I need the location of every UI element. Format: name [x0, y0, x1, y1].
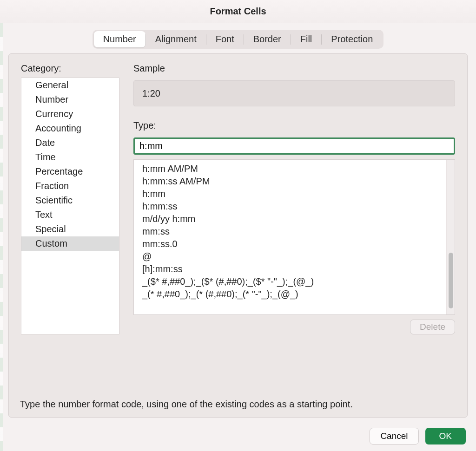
- format-code-item[interactable]: h:mm: [134, 188, 446, 200]
- sample-value: 1:20: [133, 80, 455, 106]
- format-code-item[interactable]: mm:ss.0: [134, 238, 446, 250]
- number-panel: Category: GeneralNumberCurrencyAccountin…: [8, 53, 468, 418]
- category-item[interactable]: Number: [21, 92, 119, 107]
- format-code-item[interactable]: h:mm AM/PM: [134, 163, 446, 175]
- tab-border[interactable]: Border: [244, 31, 291, 47]
- tab-font[interactable]: Font: [206, 31, 244, 47]
- category-item[interactable]: Custom: [21, 236, 119, 251]
- tab-protection[interactable]: Protection: [322, 31, 382, 47]
- format-cells-dialog: Format Cells Number Alignment Font Borde…: [0, 0, 476, 451]
- category-item[interactable]: Date: [21, 136, 119, 150]
- category-label: Category:: [21, 63, 119, 74]
- tabstrip-inner: Number Alignment Font Border Fill Protec…: [93, 30, 384, 49]
- format-column: Sample 1:20 Type: h:mm AM/PMh:mm:ss AM/P…: [133, 63, 455, 334]
- category-item[interactable]: General: [21, 78, 119, 92]
- category-column: Category: GeneralNumberCurrencyAccountin…: [21, 63, 119, 334]
- dialog-body: Number Alignment Font Border Fill Protec…: [0, 23, 476, 423]
- sample-label: Sample: [133, 63, 455, 74]
- delete-button[interactable]: Delete: [410, 320, 455, 334]
- tabstrip: Number Alignment Font Border Fill Protec…: [8, 28, 468, 49]
- category-item[interactable]: Time: [21, 150, 119, 164]
- cancel-button[interactable]: Cancel: [370, 428, 418, 444]
- panel-columns: Category: GeneralNumberCurrencyAccountin…: [21, 63, 455, 334]
- type-input[interactable]: [135, 139, 454, 153]
- hint-text: Type the number format code, using one o…: [20, 399, 353, 410]
- category-item[interactable]: Text: [21, 208, 119, 222]
- left-edge-decor: [0, 23, 3, 451]
- ok-button[interactable]: OK: [425, 428, 466, 444]
- format-code-item[interactable]: [h]:mm:ss: [134, 263, 446, 275]
- category-item[interactable]: Accounting: [21, 121, 119, 136]
- type-input-wrap: [133, 137, 455, 155]
- category-item[interactable]: Special: [21, 222, 119, 236]
- format-code-item[interactable]: h:mm:ss AM/PM: [134, 175, 446, 188]
- category-list[interactable]: GeneralNumberCurrencyAccountingDateTimeP…: [21, 78, 119, 334]
- category-item[interactable]: Percentage: [21, 164, 119, 179]
- format-list-scrollbar[interactable]: [446, 160, 455, 314]
- format-code-item[interactable]: mm:ss: [134, 225, 446, 238]
- type-label: Type:: [133, 120, 455, 131]
- category-item[interactable]: Scientific: [21, 193, 119, 208]
- format-code-item[interactable]: _($* #,##0_);_($* (#,##0);_($* "-"_);_(@…: [134, 275, 446, 288]
- format-code-item[interactable]: _(* #,##0_);_(* (#,##0);_(* "-"_);_(@_): [134, 288, 446, 301]
- category-item[interactable]: Fraction: [21, 179, 119, 193]
- format-code-item[interactable]: m/d/yy h:mm: [134, 213, 446, 225]
- format-code-item[interactable]: @: [134, 250, 446, 263]
- format-code-item[interactable]: h:mm:ss: [134, 200, 446, 213]
- tab-alignment[interactable]: Alignment: [146, 31, 206, 47]
- dialog-footer: Cancel OK: [0, 423, 476, 451]
- tab-number[interactable]: Number: [94, 31, 145, 47]
- format-list-wrap: h:mm AM/PMh:mm:ss AM/PMh:mmh:mm:ssm/d/yy…: [133, 159, 455, 315]
- tab-fill[interactable]: Fill: [291, 31, 322, 47]
- delete-row: Delete: [133, 320, 455, 334]
- scrollbar-thumb[interactable]: [449, 253, 453, 308]
- dialog-title: Format Cells: [0, 0, 476, 23]
- format-code-list[interactable]: h:mm AM/PMh:mm:ss AM/PMh:mmh:mm:ssm/d/yy…: [134, 160, 446, 314]
- category-item[interactable]: Currency: [21, 107, 119, 121]
